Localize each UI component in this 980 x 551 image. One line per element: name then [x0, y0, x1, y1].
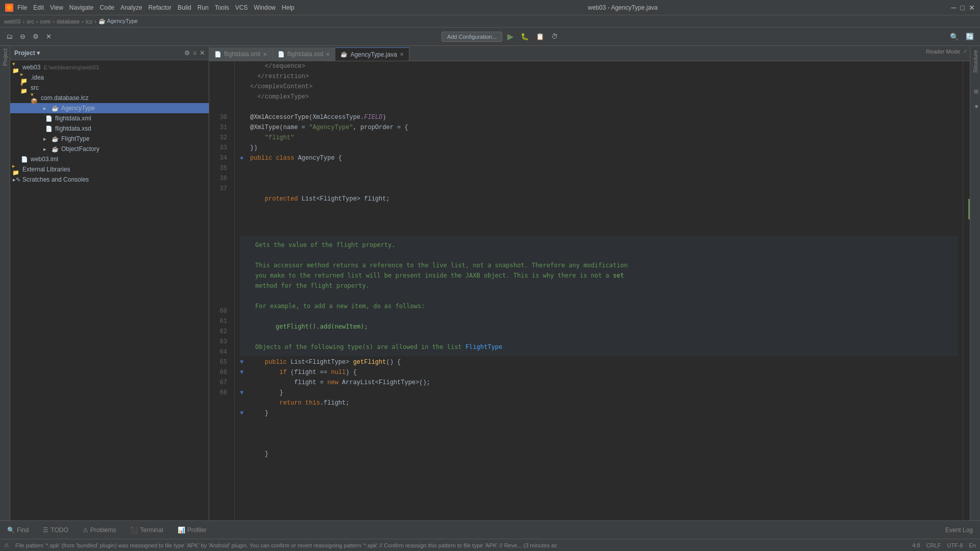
folder-icon: ▸📁: [12, 165, 20, 173]
crumb-database[interactable]: database: [57, 18, 80, 24]
cursor-position[interactable]: 4:8: [912, 542, 920, 548]
menu-view[interactable]: View: [50, 4, 63, 11]
menu-code[interactable]: Code: [100, 4, 114, 11]
structure-label[interactable]: Structure: [970, 46, 980, 77]
reader-mode-label: Reader Mode: [926, 48, 960, 55]
menu-tools[interactable]: Tools: [215, 4, 229, 11]
toolbar-close-panel[interactable]: ✕: [44, 32, 54, 41]
code-line-36: protected List<FlightType> flight;: [240, 194, 958, 204]
reader-mode-button[interactable]: Reader Mode ✓: [926, 48, 968, 55]
app-icon: 🔶: [5, 4, 13, 12]
bottom-tab-event-log[interactable]: Event Log: [942, 524, 976, 536]
todo-label: TODO: [51, 527, 68, 534]
run-with-coverage[interactable]: 📋: [534, 32, 546, 41]
tree-src[interactable]: ▾📁 src: [10, 83, 209, 93]
tab-flightdata-xml[interactable]: 📄 flightdata.xml ✕: [209, 47, 273, 61]
bottom-tab-todo[interactable]: ☰ TODO: [40, 524, 71, 536]
scrollbar-area[interactable]: [963, 61, 970, 520]
structure-panel: Structure ⊞ ★: [970, 46, 980, 520]
menu-vcs[interactable]: VCS: [235, 4, 248, 11]
menu-analyze[interactable]: Analyze: [120, 4, 142, 11]
menu-edit[interactable]: Edit: [33, 4, 44, 11]
tree-web03-iml[interactable]: 📄 web03.iml: [10, 154, 209, 164]
folder-icon: ▸📁: [20, 73, 29, 82]
tree-objectfactory[interactable]: ▸ ☕ ObjectFactory: [10, 144, 209, 154]
tree-expand-icon: ▸: [41, 135, 49, 143]
scratches-icon: ▸✎: [12, 176, 20, 184]
maximize-button[interactable]: □: [961, 4, 965, 12]
close-tab-flightdata-xml[interactable]: ✕: [263, 52, 267, 57]
crumb-com[interactable]: com: [40, 18, 51, 24]
search-everywhere-button[interactable]: 🔍: [948, 32, 961, 42]
tab-flightdata-xsd[interactable]: 📄 flightdata.xsd ✕: [273, 47, 336, 61]
toolbar-project-toggle[interactable]: 🗂: [4, 32, 15, 41]
menu-run[interactable]: Run: [198, 4, 209, 11]
close-button[interactable]: ✕: [969, 4, 975, 12]
window-title: web03 - AgencyType.java: [295, 4, 951, 11]
code-line-68: [240, 459, 958, 490]
charset[interactable]: UTF-8: [947, 542, 963, 548]
tree-root-web03[interactable]: ▾📁 web03 E:\weblearning\web03: [10, 62, 209, 72]
line-separator[interactable]: CRLF: [926, 542, 941, 548]
bottom-tab-find[interactable]: 🔍 Find: [4, 524, 32, 536]
update-button[interactable]: 🔄: [964, 32, 976, 41]
toolbar-settings[interactable]: ⚙: [31, 32, 41, 41]
project-header-icons: ⚙ ≡ ✕: [184, 49, 205, 57]
crumb-lcz[interactable]: lcz: [86, 18, 92, 24]
gutter-34[interactable]: ●: [240, 153, 250, 163]
fold-60[interactable]: ▼: [240, 357, 250, 367]
project-settings-icon[interactable]: ⚙: [184, 49, 190, 57]
favorites-icon[interactable]: ★: [970, 101, 980, 112]
close-tab-flightdata-xsd[interactable]: ✕: [326, 52, 330, 57]
tree-flightdata-xsd[interactable]: 📄 flightdata.xsd: [10, 123, 209, 134]
crumb-agencytype[interactable]: ☕ AgencyType: [99, 18, 138, 24]
menu-window[interactable]: Window: [254, 4, 276, 11]
find-icon: 🔍: [7, 527, 15, 534]
tree-package[interactable]: ▾📦 com.database.lcz: [10, 93, 209, 103]
run-button[interactable]: ▶: [505, 31, 516, 42]
event-log-label: Event Log: [945, 527, 973, 534]
fold-65[interactable]: ▼: [240, 408, 250, 418]
menu-help[interactable]: Help: [282, 4, 295, 11]
bottom-tab-profiler[interactable]: 📊 Profiler: [175, 524, 210, 536]
tree-idea[interactable]: ▸📁 .idea: [10, 72, 209, 83]
bottom-tab-problems[interactable]: ⚠ Problems: [80, 524, 119, 536]
add-configuration-button[interactable]: Add Configuration...: [442, 32, 502, 42]
folder-icon: ▾📁: [20, 84, 29, 92]
fold-61[interactable]: ▼: [240, 367, 250, 378]
xml-icon: 📄: [45, 114, 53, 122]
code-editor[interactable]: </sequence> </restriction> </complexCont…: [235, 61, 963, 520]
editor-area: 📄 flightdata.xml ✕ 📄 flightdata.xsd ✕ ☕ …: [209, 46, 970, 520]
minimize-button[interactable]: ─: [951, 4, 957, 12]
close-tab-agencytype[interactable]: ✕: [400, 52, 404, 57]
tree-flighttype[interactable]: ▸ ☕ FlightType: [10, 134, 209, 144]
menu-build[interactable]: Build: [178, 4, 191, 11]
menu-file[interactable]: File: [17, 4, 27, 11]
java-icon: ☕: [51, 145, 59, 153]
toolbar-collapse-all[interactable]: ⊖: [18, 32, 28, 41]
package-icon: ▾📦: [31, 94, 39, 102]
menu-refactor[interactable]: Refactor: [149, 4, 172, 11]
menu-navigate[interactable]: Navigate: [69, 4, 93, 11]
java-icon: ☕: [51, 135, 59, 143]
crumb-web03[interactable]: web03: [4, 18, 20, 24]
language-level[interactable]: En: [969, 542, 976, 548]
bottom-tab-terminal[interactable]: ⬛ Terminal: [127, 524, 166, 536]
debug-button[interactable]: 🐛: [519, 32, 531, 41]
fold-63[interactable]: ▼: [240, 388, 250, 398]
line-numbers: 30 31 32 33 34 35 36 37: [209, 61, 235, 520]
code-line-37: [240, 204, 958, 235]
project-close-icon[interactable]: ✕: [200, 49, 205, 57]
tree-flightdata-xml[interactable]: 📄 flightdata.xml: [10, 113, 209, 123]
tree-agencytype[interactable]: ▸ ☕ AgencyType: [10, 103, 209, 113]
tree-scratches[interactable]: ▸✎ Scratches and Consoles: [10, 174, 209, 185]
structure-icon[interactable]: ⊞: [970, 87, 980, 96]
profile-button[interactable]: ⏱: [549, 32, 560, 41]
crumb-src[interactable]: src: [27, 18, 34, 24]
project-expand-icon[interactable]: ≡: [193, 49, 197, 57]
project-tab-label[interactable]: Project: [2, 48, 8, 66]
tree-external-libraries[interactable]: ▸📁 External Libraries: [10, 164, 209, 174]
code-line-62: flight = new ArrayList<FlightType>();: [240, 378, 958, 388]
iml-icon: 📄: [20, 155, 29, 163]
tab-agencytype-java[interactable]: ☕ AgencyType.java ✕: [335, 47, 409, 61]
